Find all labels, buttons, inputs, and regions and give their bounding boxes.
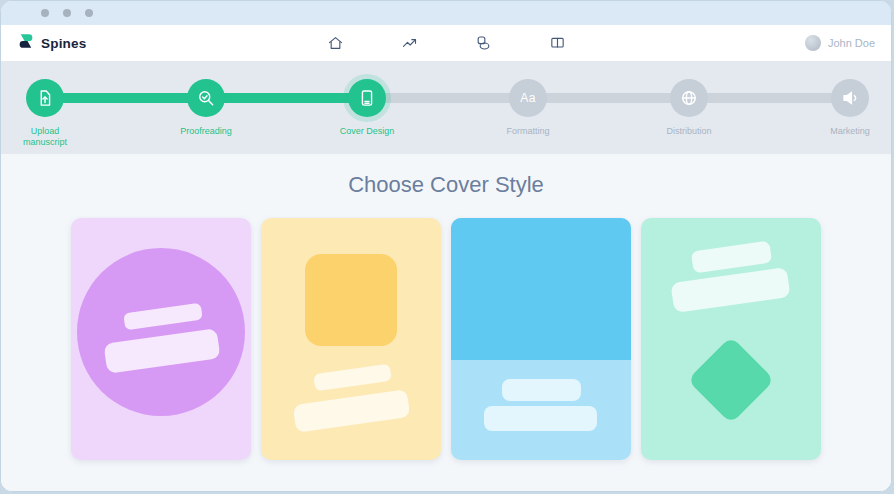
spines-logo-icon (17, 32, 35, 54)
workflow-stepper: Upload manuscript Proofreading Cover Des… (1, 61, 891, 154)
step-label: Distribution (629, 126, 749, 137)
main-nav (327, 35, 566, 52)
step-label: Proofreading (146, 126, 266, 137)
formatting-icon: Aa (509, 79, 547, 117)
user-menu[interactable]: John Doe (805, 35, 875, 51)
title-bar-placeholder (691, 241, 772, 274)
subtitle-bar-placeholder (484, 406, 597, 431)
library-icon[interactable] (475, 35, 492, 52)
cover-style-blue-split[interactable] (451, 218, 631, 460)
diamond-motif (687, 336, 775, 424)
window-close-button[interactable] (41, 9, 49, 17)
cover-style-mint-diamond[interactable] (641, 218, 821, 460)
brand-name: Spines (41, 36, 86, 51)
step-label: Upload manuscript (10, 126, 80, 148)
page-title: Choose Cover Style (1, 170, 891, 200)
window-minimize-button[interactable] (63, 9, 71, 17)
upload-manuscript-icon (26, 79, 64, 117)
step-cover-design[interactable]: Cover Design (307, 79, 427, 137)
step-label: Formatting (468, 126, 588, 137)
step-marketing[interactable]: Marketing (790, 79, 892, 137)
subtitle-bar-placeholder (293, 389, 411, 433)
title-bar-placeholder (502, 379, 581, 401)
block-motif (451, 218, 631, 360)
formatting-icon-text: Aa (520, 91, 536, 105)
main-content: Choose Cover Style (1, 170, 891, 492)
window-titlebar (1, 1, 891, 25)
step-label: Marketing (790, 126, 892, 137)
step-distribution[interactable]: Distribution (629, 79, 749, 137)
circle-motif (77, 248, 245, 416)
proofreading-icon (187, 79, 225, 117)
cover-style-yellow-square[interactable] (261, 218, 441, 460)
distribution-icon (670, 79, 708, 117)
step-upload-manuscript[interactable]: Upload manuscript (10, 79, 80, 148)
user-name: John Doe (828, 37, 875, 49)
reader-icon[interactable] (549, 35, 566, 52)
square-motif (305, 254, 397, 346)
step-label: Cover Design (307, 126, 427, 137)
brand-logo[interactable]: Spines (17, 32, 86, 54)
cover-style-lavender-circle[interactable] (71, 218, 251, 460)
subtitle-bar-placeholder (670, 267, 790, 313)
cover-style-gallery (1, 218, 891, 460)
title-bar-placeholder (313, 364, 392, 392)
home-icon[interactable] (327, 35, 344, 52)
cover-design-icon (348, 79, 386, 117)
step-formatting[interactable]: Aa Formatting (468, 79, 588, 137)
app-header: Spines (1, 25, 891, 61)
marketing-icon (831, 79, 869, 117)
window-maximize-button[interactable] (85, 9, 93, 17)
app-window: Spines (0, 0, 892, 492)
progress-icon[interactable] (401, 35, 418, 52)
avatar (805, 35, 821, 51)
step-proofreading[interactable]: Proofreading (146, 79, 266, 137)
